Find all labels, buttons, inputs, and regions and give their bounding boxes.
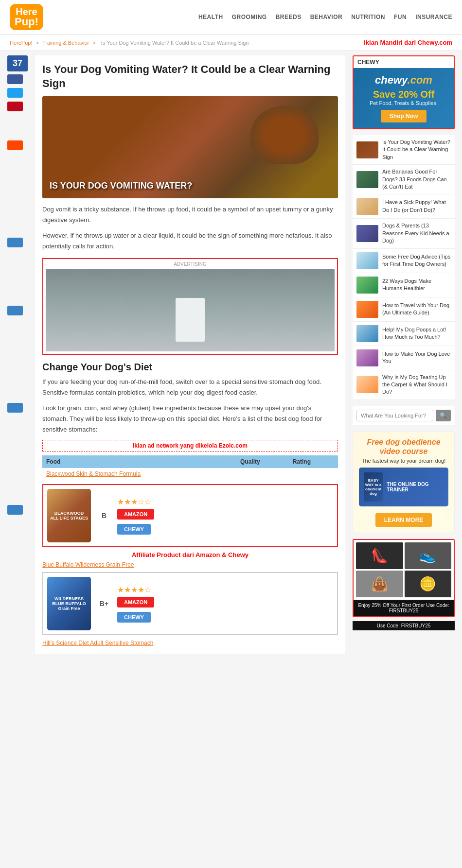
book-desc: THE ONLINE DOG TRAINER: [387, 482, 444, 492]
search-button[interactable]: 🔍: [436, 410, 451, 421]
hero-image: IS YOUR DOG VOMITING WATER?: [42, 96, 338, 198]
nav-nutrition[interactable]: Nutrition: [351, 14, 385, 20]
learn-more-btn[interactable]: LEARN MORE: [375, 513, 432, 527]
chewy-btn-1[interactable]: CHEWY: [117, 524, 151, 535]
hero-text-bold: VOMITING WATER?: [110, 181, 193, 191]
chewy-logo: chewy.com: [359, 74, 448, 87]
breadcrumb-home[interactable]: HerePup!: [10, 40, 32, 46]
amazon-btn-1[interactable]: AMAZON: [117, 509, 154, 520]
related-text-4: Dogs & Parents (13 Reasons Every Kid Nee…: [382, 222, 451, 244]
chewy-ad-label: CHEWY: [354, 56, 454, 68]
product-quality-2: B+: [97, 600, 111, 608]
chewy-shop-btn[interactable]: Shop Now: [381, 110, 427, 122]
left-sidebar: 37: [7, 55, 28, 654]
nav-behavior[interactable]: Behavior: [310, 14, 342, 20]
nav-fun[interactable]: Fun: [394, 14, 407, 20]
related-text-2: Are Bananas Good For Dogs? 33 Foods Dogs…: [382, 168, 451, 191]
network-label: Iklan ad network yang dikelola Ezoic.com: [42, 440, 338, 451]
fashion-footer2: Use Code: FIRSTBUY25: [353, 621, 455, 630]
related-thumb-9: [356, 349, 378, 366]
fashion-item-2: 👟: [405, 542, 452, 569]
training-sub: The fastest way to your dream dog!: [359, 458, 448, 464]
search-input[interactable]: [356, 410, 433, 421]
fashion-item-3: 👜: [356, 571, 403, 597]
dog-training-ad: Free dog obedience video course The fast…: [353, 431, 455, 533]
training-book: EASY WAY to a obedient dog THE ONLINE DO…: [359, 468, 448, 506]
related-thumb-6: [356, 277, 378, 294]
hero-text-normal: IS YOUR DOG: [50, 181, 110, 191]
product-stars-1: ★★★☆☆: [117, 497, 151, 506]
chewy-save-text: Save 20% Off: [359, 89, 448, 99]
chewy-btn-2[interactable]: CHEWY: [117, 612, 151, 623]
related-item-1[interactable]: Is Your Dog Vomiting Water? It Could be …: [353, 135, 455, 165]
related-thumb-5: [356, 252, 378, 269]
article-content: Is Your Dog Vomiting Water? It Could be …: [35, 55, 345, 654]
ad-video[interactable]: [46, 269, 335, 351]
related-thumb-2: [356, 171, 378, 188]
share-btn-6[interactable]: [7, 306, 23, 315]
related-text-1: Is Your Dog Vomiting Water? It Could be …: [382, 139, 451, 161]
related-item-8[interactable]: Help! My Dog Poops a Lot! How Much is To…: [353, 322, 455, 346]
table-header-food: Food: [42, 455, 236, 468]
breadcrumb: HerePup! > Training & Behavior > Is Your…: [10, 40, 250, 46]
related-thumb-4: [356, 225, 378, 242]
search-box: 🔍: [353, 406, 455, 425]
breadcrumb-section[interactable]: Training & Behavior: [42, 40, 89, 46]
reddit-share-btn[interactable]: [7, 140, 23, 150]
nav-health[interactable]: Health: [198, 14, 223, 20]
fashion-footer: Enjoy 25% Off Your First Order Use Code:…: [354, 600, 454, 616]
related-item-3[interactable]: I Have a Sick Puppy! What Do I Do (or Do…: [353, 194, 455, 219]
share-count: 37: [7, 55, 28, 71]
related-thumb-8: [356, 325, 378, 342]
food-link-2[interactable]: Blue Buffalo Wilderness Grain-Free: [42, 561, 134, 568]
food-quality-1: [236, 468, 289, 480]
related-item-2[interactable]: Are Bananas Good For Dogs? 33 Foods Dogs…: [353, 165, 455, 194]
related-thumb-7: [356, 301, 378, 318]
inline-ad: ADVERTISING: [42, 258, 338, 355]
dog-shape: [250, 106, 319, 164]
share-btn-7[interactable]: [7, 403, 23, 413]
fashion-ad[interactable]: 👠 👟 👜 🪙 Enjoy 25% Off Your First Order U…: [353, 539, 455, 617]
related-item-5[interactable]: Some Free Dog Advice (Tips for First Tim…: [353, 249, 455, 273]
share-btn-8[interactable]: [7, 505, 23, 515]
food-rating-1: [289, 468, 338, 480]
chewy-ad-inner[interactable]: chewy.com Save 20% Off Pet Food, Treats …: [354, 68, 454, 128]
nav-grooming[interactable]: Grooming: [232, 14, 267, 20]
facebook-share-btn[interactable]: [7, 74, 23, 84]
product-row-1: BLACKWOODALL LIFE STAGES B ★★★☆☆ AMAZON …: [42, 484, 338, 547]
article-para-1: Dog vomit is a tricky substance. If he t…: [42, 204, 338, 226]
article-title: Is Your Dog Vomiting Water? It Could be …: [42, 63, 338, 90]
pinterest-share-btn[interactable]: [7, 102, 23, 111]
related-item-9[interactable]: How to Make Your Dog Love You: [353, 346, 455, 370]
related-item-10[interactable]: Why Is My Dog Tearing Up the Carpet & Wh…: [353, 370, 455, 400]
food-link-3[interactable]: Hill's Science Diet Adult Sensitive Stom…: [42, 640, 153, 646]
food-link-1[interactable]: Blackwood Skin & Stomach Formula: [46, 470, 141, 477]
related-item-4[interactable]: Dogs & Parents (13 Reasons Every Kid Nee…: [353, 219, 455, 248]
nav-breeds[interactable]: Breeds: [276, 14, 302, 20]
email-share-btn[interactable]: [7, 238, 23, 247]
section1-para1: If you are feeding your dog run-of-the-m…: [42, 377, 338, 398]
table-header-rating: Rating: [289, 455, 338, 468]
section1-para2: Look for grain, corn, and whey (gluten) …: [42, 403, 338, 435]
twitter-share-btn[interactable]: [7, 88, 23, 98]
related-item-6[interactable]: 22 Ways Dogs Make Humans Healthier: [353, 273, 455, 297]
product-quality-1: B: [97, 512, 111, 520]
table-row: Blackwood Skin & Stomach Formula: [42, 468, 338, 480]
related-text-7: How to Travel with Your Dog (An Ultimate…: [382, 302, 451, 317]
site-header: Here Pup! Health Grooming Breeds Behavio…: [0, 0, 462, 35]
breadcrumb-bar: HerePup! > Training & Behavior > Is Your…: [0, 35, 462, 51]
affiliate-label: Affiliate Product dari Amazon & Chewy: [42, 551, 338, 558]
related-thumb-1: [356, 141, 378, 158]
amazon-btn-2[interactable]: AMAZON: [117, 597, 154, 608]
ad-video-figure: [176, 298, 205, 342]
logo-pup-text: Pup!: [15, 17, 38, 27]
training-title: Free dog obedience video course: [359, 437, 448, 456]
product-rating-1: ★★★☆☆ AMAZON CHEWY: [117, 497, 154, 535]
product-stars-2: ★★★★☆: [117, 585, 151, 594]
related-thumb-10: [356, 376, 378, 393]
product-img-1: BLACKWOODALL LIFE STAGES: [47, 489, 91, 542]
site-logo[interactable]: Here Pup!: [10, 4, 43, 30]
related-item-7[interactable]: How to Travel with Your Dog (An Ultimate…: [353, 297, 455, 322]
product-img-2: WILDERNESSBLUE BUFFALOGrain Free: [47, 577, 91, 630]
nav-insurance[interactable]: Insurance: [415, 14, 452, 20]
